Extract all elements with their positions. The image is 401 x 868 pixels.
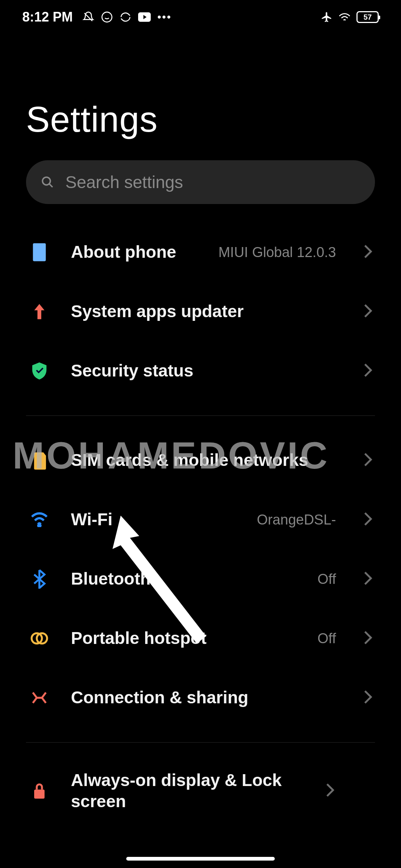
- chevron-right-icon: [363, 571, 373, 587]
- bluetooth-icon: [28, 569, 50, 589]
- row-sim-cards[interactable]: SIM cards & mobile networks: [26, 431, 375, 490]
- divider: [26, 742, 375, 743]
- row-hotspot[interactable]: Portable hotspot Off: [26, 609, 375, 668]
- svg-point-4: [38, 525, 40, 527]
- status-bar: 8:12 PM ••• 57: [0, 0, 401, 34]
- row-label: Security status: [71, 360, 343, 382]
- update-icon: [28, 303, 50, 320]
- chevron-right-icon: [363, 690, 373, 706]
- page-title: Settings: [26, 99, 375, 140]
- chevron-right-icon: [363, 303, 373, 320]
- chevron-right-icon: [325, 783, 335, 799]
- sync-icon: [120, 11, 131, 23]
- row-label: SIM cards & mobile networks: [71, 450, 343, 471]
- hotspot-icon: [28, 631, 50, 646]
- svg-rect-7: [34, 790, 45, 799]
- row-label: System apps updater: [71, 301, 343, 322]
- mute-icon: [82, 11, 94, 23]
- row-value: OrangeDSL-: [257, 512, 336, 528]
- sim-icon: [28, 451, 50, 470]
- row-wifi[interactable]: Wi-Fi OrangeDSL-: [26, 490, 375, 549]
- phone-icon: [28, 243, 50, 262]
- battery-icon: 57: [356, 11, 379, 23]
- status-time: 8:12 PM: [22, 9, 73, 25]
- wifi-status-icon: [338, 12, 351, 22]
- lock-icon: [28, 782, 50, 800]
- sharing-icon: [28, 690, 50, 706]
- more-icon: •••: [157, 11, 172, 23]
- row-value: MIUI Global 12.0.3: [218, 244, 336, 260]
- row-value: Off: [317, 631, 336, 647]
- divider: [26, 415, 375, 416]
- search-bar[interactable]: [26, 160, 375, 204]
- svg-point-2: [43, 177, 50, 185]
- row-system-updater[interactable]: System apps updater: [26, 282, 375, 341]
- whatsapp-icon: [101, 11, 113, 23]
- search-icon: [41, 175, 54, 189]
- row-label: Always-on display & Lock screen: [71, 770, 305, 812]
- row-security-status[interactable]: Security status: [26, 341, 375, 401]
- chevron-right-icon: [363, 363, 373, 379]
- row-value: Off: [317, 571, 336, 587]
- row-connection-sharing[interactable]: Connection & sharing: [26, 668, 375, 727]
- home-indicator[interactable]: [126, 857, 275, 861]
- battery-level: 57: [363, 13, 372, 22]
- chevron-right-icon: [363, 244, 373, 260]
- row-lock-screen[interactable]: Always-on display & Lock screen: [26, 757, 375, 824]
- youtube-icon: [138, 12, 151, 22]
- chevron-right-icon: [363, 630, 373, 647]
- row-label: Wi-Fi: [71, 509, 237, 530]
- row-label: Portable hotspot: [71, 628, 297, 649]
- airplane-icon: [321, 11, 333, 23]
- row-label: Bluetooth: [71, 568, 297, 590]
- row-bluetooth[interactable]: Bluetooth Off: [26, 549, 375, 609]
- row-label: About phone: [71, 241, 198, 263]
- svg-point-0: [102, 12, 112, 22]
- chevron-right-icon: [363, 512, 373, 528]
- svg-rect-3: [33, 243, 46, 262]
- shield-icon: [28, 362, 50, 380]
- wifi-icon: [28, 512, 50, 527]
- row-about-phone[interactable]: About phone MIUI Global 12.0.3: [26, 223, 375, 282]
- row-label: Connection & sharing: [71, 687, 343, 708]
- search-input[interactable]: [65, 172, 360, 192]
- chevron-right-icon: [363, 452, 373, 468]
